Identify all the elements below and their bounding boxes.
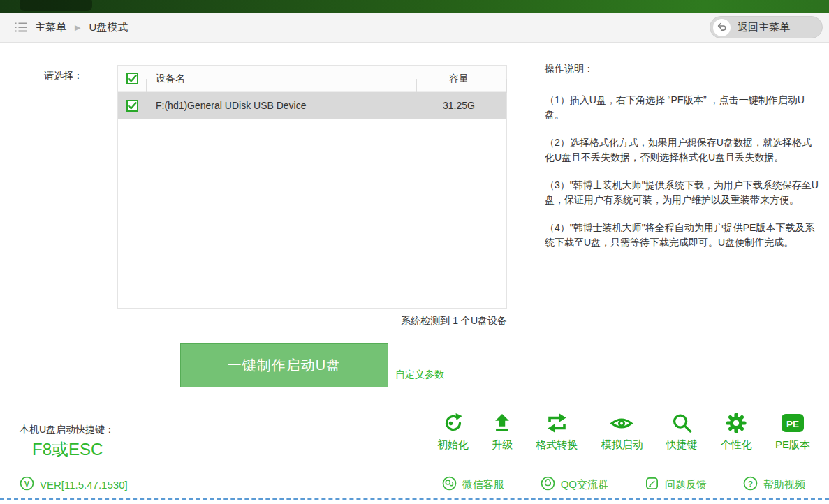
toolbar-label: 模拟启动 [601, 438, 643, 452]
feedback-link[interactable]: 问题反馈 [645, 476, 707, 493]
status-link-label: 帮助视频 [763, 478, 805, 491]
toolbar-label: 快捷键 [666, 438, 698, 452]
search-icon [671, 410, 693, 434]
status-link-label: QQ交流群 [561, 478, 608, 491]
hotkey-label: 本机U盘启动快捷键： [20, 424, 115, 436]
breadcrumb-root[interactable]: 主菜单 [35, 21, 66, 34]
wechat-icon [442, 476, 457, 493]
instructions-title: 操作说明： [545, 61, 819, 76]
gear-icon [725, 410, 747, 434]
toolbar-item-convert[interactable]: 格式转换 [536, 410, 578, 452]
custom-params-link[interactable]: 自定义参数 [395, 369, 444, 381]
toolbar-label: 个性化 [721, 438, 752, 452]
toolbar-item-hotkey[interactable]: 快捷键 [666, 410, 698, 452]
svg-text:V: V [24, 480, 30, 488]
hotkey-value: F8或ESC [32, 438, 103, 461]
breadcrumb: 主菜单 ▶ U盘模式 返回主菜单 [0, 13, 829, 43]
upgrade-icon [492, 410, 513, 434]
qq-group-link[interactable]: QQ交流群 [541, 476, 608, 493]
convert-icon [545, 410, 568, 434]
instruction-step-4: （4）"韩博士装机大师"将全程自动为用户提供PE版本下载及系统下载至U盘，只需等… [545, 221, 819, 250]
wechat-support-link[interactable]: 微信客服 [442, 476, 504, 493]
device-capacity-cell: 31.25G [416, 100, 501, 111]
toolbar-item-pe-version[interactable]: PE PE版本 [775, 410, 810, 452]
version-info[interactable]: V VER[11.5.47.1530] [20, 476, 128, 493]
menu-list-icon [14, 20, 28, 34]
svg-text:?: ? [748, 480, 753, 488]
toolbar-item-simulate[interactable]: 模拟启动 [601, 410, 643, 452]
banner-tab [20, 0, 92, 11]
status-bar: V VER[11.5.47.1530] 微信客服 QQ交流群 [0, 470, 829, 498]
toolbar-item-personalize[interactable]: 个性化 [721, 410, 752, 452]
device-name-cell: F:(hd1)General UDisk USB Device [146, 100, 416, 111]
version-icon: V [20, 476, 34, 493]
status-link-label: 微信客服 [462, 478, 504, 491]
device-table: 设备名 容量 F:(hd1)General UDisk USB Device 3… [117, 65, 507, 309]
help-video-link[interactable]: ? 帮助视频 [743, 476, 805, 493]
chevron-right-icon: ▶ [75, 23, 80, 32]
detection-status-text: 系统检测到 1 个U盘设备 [117, 315, 507, 327]
select-all-checkbox[interactable] [126, 73, 138, 84]
status-links: 微信客服 QQ交流群 问题反馈 [442, 476, 805, 493]
instruction-step-3: （3）"韩博士装机大师"提供系统下载，为用户下载系统保存至U盘，保证用户有系统可… [545, 178, 819, 207]
instruction-step-1: （1）插入U盘，右下角选择 “PE版本” ，点击一键制作启动U盘。 [545, 93, 819, 122]
version-text: VER[11.5.47.1530] [40, 479, 128, 491]
back-button-label: 返回主菜单 [738, 21, 790, 34]
toolbar-label: 初始化 [437, 438, 469, 452]
column-header-capacity[interactable]: 容量 [416, 73, 501, 85]
select-label: 请选择： [44, 70, 83, 82]
help-icon: ? [743, 476, 758, 493]
top-banner [0, 0, 829, 13]
instructions-panel: 操作说明： （1）插入U盘，右下角选择 “PE版本” ，点击一键制作启动U盘。 … [545, 61, 819, 263]
bottom-toolbar: 初始化 升级 格式转换 模拟启动 [437, 410, 810, 452]
toolbar-item-upgrade[interactable]: 升级 [492, 410, 513, 452]
return-arrow-icon [713, 19, 731, 36]
qq-icon [541, 476, 555, 493]
feedback-icon [645, 476, 659, 493]
instruction-step-2: （2）选择格式化方式，如果用户想保存U盘数据，就选择格式化U盘且不丢失数据，否则… [545, 135, 819, 165]
toolbar-label: 升级 [492, 438, 513, 452]
device-checkbox[interactable] [126, 100, 138, 112]
pe-badge-icon: PE [781, 410, 805, 434]
toolbar-label: PE版本 [775, 438, 810, 452]
breadcrumb-current: U盘模式 [89, 21, 128, 34]
back-to-main-menu-button[interactable]: 返回主菜单 [710, 16, 823, 38]
eye-icon [610, 410, 633, 434]
toolbar-item-initialize[interactable]: 初始化 [437, 410, 469, 452]
status-link-label: 问题反馈 [665, 478, 707, 491]
table-header-row: 设备名 容量 [118, 66, 506, 92]
column-header-device-name[interactable]: 设备名 [146, 73, 416, 85]
svg-text:PE: PE [786, 419, 799, 429]
make-boot-usb-button[interactable]: 一键制作启动U盘 [180, 343, 388, 387]
reset-icon [442, 410, 464, 434]
bottom-dashed-border [0, 498, 829, 500]
toolbar-label: 格式转换 [536, 438, 578, 452]
device-row[interactable]: F:(hd1)General UDisk USB Device 31.25G [118, 92, 506, 119]
